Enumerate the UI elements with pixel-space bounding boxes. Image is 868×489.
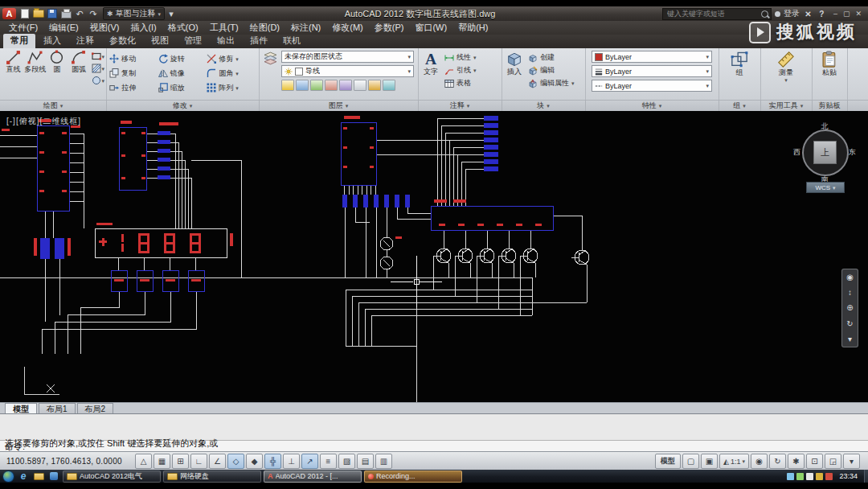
object-snap-tracking-toggle[interactable]: ╬: [264, 454, 281, 469]
menu-format[interactable]: 格式(O): [162, 22, 204, 34]
wcs-dropdown[interactable]: WCS ▾: [806, 182, 845, 193]
viewport-controls[interactable]: [-][俯视][二维线框]: [6, 116, 81, 127]
start-button[interactable]: [2, 471, 14, 483]
layer-tool-icon[interactable]: [296, 80, 309, 91]
menu-edit[interactable]: 编辑(E): [43, 22, 84, 34]
tray-icon[interactable]: [825, 473, 833, 480]
group-tool[interactable]: 组: [727, 51, 751, 76]
quick-properties-toggle[interactable]: ▤: [357, 454, 374, 469]
line-tool[interactable]: 直线: [2, 50, 24, 85]
mirror-tool[interactable]: 镜像: [158, 68, 207, 79]
tab-layout2[interactable]: 布局2: [77, 403, 114, 414]
layer-dropdown[interactable]: 导线 ▾: [281, 65, 414, 77]
ribbon-tab-annotate[interactable]: 注释: [69, 34, 101, 48]
plot-icon[interactable]: [59, 8, 72, 19]
workspace-switcher[interactable]: ✱ 草图与注释 ▾: [103, 7, 165, 20]
rotate-tool[interactable]: 旋转: [158, 54, 207, 64]
object-snap-toggle[interactable]: ◇: [227, 454, 244, 469]
panel-title-layers[interactable]: 图层▾: [259, 101, 419, 111]
navbar-more-icon[interactable]: ▾: [848, 335, 852, 343]
hatch-tool[interactable]: ▾: [92, 64, 105, 73]
menu-file[interactable]: 文件(F): [3, 22, 43, 34]
lineweight-dropdown[interactable]: ByLayer ▾: [592, 65, 712, 77]
internet-explorer-icon[interactable]: e: [17, 471, 30, 482]
workspace-switch-icon[interactable]: ✱: [788, 454, 805, 469]
grid-toggle[interactable]: ⊞: [172, 454, 189, 469]
menu-dimension[interactable]: 标注(N): [285, 22, 326, 34]
layer-state-dropdown[interactable]: 未保存的图层状态 ▾: [281, 51, 414, 63]
taskbar-button-autocad[interactable]: A AutoCAD 2012 - [...: [264, 471, 362, 483]
ribbon-tab-view[interactable]: 视图: [144, 34, 176, 48]
viewcube-top-face[interactable]: 上: [813, 141, 837, 164]
panel-title-properties[interactable]: 特性▾: [585, 101, 719, 111]
object-color-dropdown[interactable]: ByLayer ▾: [592, 51, 712, 63]
table-tool[interactable]: 表格: [444, 78, 477, 88]
model-space-button[interactable]: 模型: [655, 454, 681, 469]
dynamic-ucs-toggle[interactable]: ⊥: [283, 454, 300, 469]
pan-icon[interactable]: ↕: [848, 288, 852, 297]
panel-title-modify[interactable]: 修改▾: [106, 101, 260, 111]
measure-tool[interactable]: 测量 ▾: [774, 51, 798, 83]
menu-help[interactable]: 帮助(H): [452, 22, 493, 34]
search-input[interactable]: [665, 9, 761, 18]
edit-block-tool[interactable]: 编辑: [528, 65, 575, 76]
ribbon-tab-manage[interactable]: 管理: [177, 34, 209, 48]
arc-tool[interactable]: 圆弧: [68, 50, 89, 85]
save-icon[interactable]: [46, 8, 59, 19]
tab-model[interactable]: 模型: [5, 403, 37, 414]
help-icon[interactable]: ?: [817, 10, 827, 18]
menu-modify[interactable]: 修改(M): [326, 22, 369, 34]
drawing-canvas[interactable]: [-][俯视][二维线框] 北 西 上 东 南 WCS ▾ ◉ ↕ ⊕ ↻ ▾: [0, 111, 868, 402]
layer-tool-icon[interactable]: [325, 80, 338, 91]
undo-icon[interactable]: ↶: [73, 8, 86, 19]
dynamic-input-toggle[interactable]: ↗: [301, 454, 318, 469]
command-line-window[interactable]: 选择要修剪的对象,或按住 Shift 键选择要延伸的对象,或 [栏选(F)/窗交…: [0, 413, 868, 452]
menu-window[interactable]: 窗口(W): [409, 22, 452, 34]
orbit-icon[interactable]: ↻: [846, 319, 853, 328]
ortho-toggle[interactable]: ∟: [190, 454, 207, 469]
object-snap-3d-toggle[interactable]: ◆: [246, 454, 263, 469]
ribbon-tab-online[interactable]: 联机: [276, 34, 308, 48]
leader-tool[interactable]: 引线▾: [444, 65, 477, 76]
annotation-visibility-icon[interactable]: ◉: [751, 454, 768, 469]
steering-wheel-icon[interactable]: ◉: [846, 273, 854, 281]
linetype-dropdown[interactable]: ByLayer ▾: [592, 80, 712, 92]
text-tool[interactable]: 文字: [420, 50, 441, 88]
tray-icon[interactable]: [816, 473, 823, 480]
menu-insert[interactable]: 插入(I): [125, 22, 162, 34]
tray-icon[interactable]: [787, 473, 794, 480]
taskbar-button-recording[interactable]: Recording...: [364, 471, 462, 483]
panel-title-utilities[interactable]: 实用工具▾: [760, 101, 813, 111]
tab-layout1[interactable]: 布局1: [39, 403, 76, 414]
insert-block-tool[interactable]: 插入: [504, 50, 525, 88]
move-tool[interactable]: 移动: [109, 54, 158, 64]
stretch-tool[interactable]: 拉伸: [109, 83, 158, 93]
exchange-icon[interactable]: ✕: [803, 10, 813, 18]
menu-tools[interactable]: 工具(T): [204, 22, 244, 34]
close-button[interactable]: ✕: [855, 10, 862, 18]
ribbon-tab-plugins[interactable]: 插件: [243, 34, 275, 48]
toolbar-lock-icon[interactable]: ⊡: [806, 454, 823, 469]
clean-screen-icon[interactable]: ◲: [825, 454, 841, 469]
ribbon-tab-parametric[interactable]: 参数化: [102, 34, 143, 48]
polar-tracking-toggle[interactable]: ∠: [209, 454, 226, 469]
panel-title-clipboard[interactable]: 剪贴板: [812, 101, 848, 111]
trim-tool[interactable]: 修剪▾: [207, 54, 256, 64]
ribbon-tab-home[interactable]: 常用: [3, 34, 35, 48]
create-block-tool[interactable]: 创建: [528, 52, 575, 63]
quick-launch-icon[interactable]: [47, 471, 60, 482]
polyline-tool[interactable]: 多段线: [24, 50, 46, 85]
ribbon-tab-insert[interactable]: 插入: [36, 34, 68, 48]
ribbon-tab-output[interactable]: 输出: [210, 34, 242, 48]
menu-draw[interactable]: 绘图(D): [244, 22, 285, 34]
rectangle-tool[interactable]: ▾: [92, 51, 105, 61]
panel-title-groups[interactable]: 组▾: [719, 101, 761, 111]
qat-overflow-icon[interactable]: ▾: [165, 8, 178, 19]
layer-tool-icon[interactable]: [281, 80, 294, 91]
status-menu-icon[interactable]: ▾: [843, 454, 860, 469]
zoom-icon[interactable]: ⊕: [846, 303, 853, 312]
auto-annotation-scale-icon[interactable]: ↻: [769, 454, 786, 469]
copy-tool[interactable]: 复制: [109, 68, 158, 79]
viewcube-west[interactable]: 西: [793, 147, 800, 158]
layer-tool-icon[interactable]: [354, 80, 366, 91]
